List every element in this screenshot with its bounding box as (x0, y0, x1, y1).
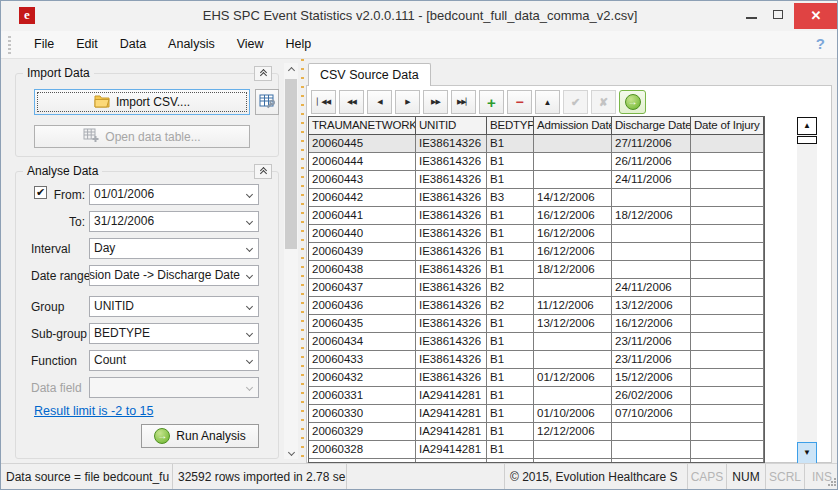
grid-row[interactable]: 20060441 IE38614326 B1 16/12/2006 18/12/… (309, 207, 764, 225)
cell-discharge-date: 07/10/2006 (612, 405, 691, 423)
grid-row[interactable]: 20060328 IA29414281 B1 (309, 441, 764, 459)
run-analysis-label: Run Analysis (176, 429, 245, 443)
grid-row[interactable]: 20060443 IE38614326 B1 24/11/2006 (309, 171, 764, 189)
grid-row[interactable]: 20060442 IE38614326 B3 14/12/2006 (309, 189, 764, 207)
tab-page: ▏◀◀ ◀◀ ◀ ▶ ▶▶ ▶▶▏ + − ▲ ✔ ✘ → TRAUMANETW… (306, 85, 832, 463)
column-header-discharge-date[interactable]: Discharge Date (612, 117, 691, 135)
grid-row[interactable]: 20060432 IE38614326 B1 01/12/2006 15/12/… (309, 369, 764, 387)
grid-row[interactable]: 20060330 IA29414281 B1 01/10/2006 07/10/… (309, 405, 764, 423)
cell-admission-date: 16/12/2006 (534, 225, 612, 243)
column-header-unitid[interactable]: UNITID (416, 117, 487, 135)
close-button[interactable]: ✕ (794, 3, 838, 29)
help-icon[interactable]: ? (816, 35, 825, 52)
prior-record-button[interactable]: ◀ (367, 90, 392, 114)
cell-date-of-injury (691, 351, 764, 369)
grid-row[interactable]: 20060436 IE38614326 B2 11/12/2006 13/12/… (309, 297, 764, 315)
collapse-import-button[interactable] (254, 66, 272, 81)
menu-grip-handle[interactable] (8, 36, 11, 54)
grid-row[interactable]: 20060440 IE38614326 B1 16/12/2006 (309, 225, 764, 243)
group-combobox[interactable]: UNITID (89, 296, 259, 317)
run-analysis-button[interactable]: → Run Analysis (141, 424, 259, 448)
cell-admission-date (534, 135, 612, 153)
cell-traumanetworkid: 20060328 (309, 441, 416, 459)
date-range-label: Date range (31, 269, 90, 283)
menu-file[interactable]: File (23, 31, 65, 59)
menu-edit[interactable]: Edit (65, 31, 109, 59)
cell-traumanetworkid: 20060439 (309, 243, 416, 261)
last-record-button[interactable]: ▶▶▏ (451, 90, 476, 114)
status-spacer (347, 464, 505, 490)
cell-discharge-date: 23/11/2006 (612, 351, 691, 369)
from-date-combobox[interactable]: 01/01/2006 (89, 184, 259, 205)
scroll-up-button[interactable] (284, 63, 298, 77)
cell-bedtype: B1 (487, 333, 534, 351)
menu-data[interactable]: Data (109, 31, 157, 59)
interval-label: Interval (31, 242, 70, 256)
column-header-traumanetworkid[interactable]: TRAUMANETWORKID (309, 117, 416, 135)
panel-splitter[interactable] (301, 59, 304, 463)
next-page-button[interactable]: ▶▶ (423, 90, 448, 114)
open-data-table-button[interactable]: Open data table... (34, 125, 250, 148)
column-header-bedtype[interactable]: BEDTYPE (487, 117, 534, 135)
cell-unitid: IA29414281 (416, 423, 487, 441)
grid-row[interactable]: 20060435 IE38614326 B1 13/12/2006 16/12/… (309, 315, 764, 333)
menu-items: File Edit Data Analysis View Help (23, 31, 322, 59)
grid-row[interactable]: 20060434 IE38614326 B1 23/11/2006 (309, 333, 764, 351)
column-header-date-of-injury[interactable]: Date of Injury (691, 117, 764, 135)
data-field-combobox (89, 377, 259, 398)
menu-analysis[interactable]: Analysis (157, 31, 226, 59)
column-header-admission-date[interactable]: Admission Date (534, 117, 612, 135)
collapse-analyse-button[interactable] (254, 164, 272, 179)
menu-help[interactable]: Help (275, 31, 323, 59)
tab-csv-source-data[interactable]: CSV Source Data (308, 63, 431, 86)
menu-view[interactable]: View (226, 31, 275, 59)
result-limit-link[interactable]: Result limit is -2 to 15 (34, 404, 153, 418)
title-bar: e EHS SPC Event Statistics v2.0.0.111 - … (1, 1, 838, 31)
status-scrl-indicator: SCRL (766, 464, 805, 490)
minimize-button[interactable] (739, 1, 765, 28)
grid-row[interactable]: 20060329 IA29414281 B1 12/12/2006 (309, 423, 764, 441)
next-page-icon: ▶▶ (431, 98, 440, 106)
insert-icon: + (487, 94, 496, 111)
to-date-combobox[interactable]: 31/12/2006 (89, 211, 259, 232)
grid-row[interactable]: 20060439 IE38614326 B1 16/12/2006 (309, 243, 764, 261)
insert-record-button[interactable]: + (479, 90, 504, 114)
next-record-button[interactable]: ▶ (395, 90, 420, 114)
grid-scrollbar[interactable]: ▲ ▼ (797, 117, 817, 464)
grid-row[interactable]: 20060331 IA29414281 B1 26/02/2006 (309, 387, 764, 405)
grid-scroll-up-button[interactable]: ▲ (797, 117, 817, 135)
interval-combobox[interactable]: Day (89, 238, 259, 259)
grid-scrollbar-thumb[interactable] (797, 136, 817, 144)
cell-traumanetworkid: 20060330 (309, 405, 416, 423)
scroll-down-button[interactable] (284, 445, 298, 459)
csv-options-button[interactable] (255, 89, 279, 115)
function-combobox[interactable]: Count (89, 350, 259, 371)
grid-row[interactable]: 20060444 IE38614326 B1 26/11/2006 (309, 153, 764, 171)
grid-row[interactable]: 20060433 IE38614326 B1 23/11/2006 (309, 351, 764, 369)
cell-date-of-injury (691, 207, 764, 225)
grid-scroll-down-button[interactable]: ▼ (797, 442, 817, 464)
grid-row[interactable]: 20060445 IE38614326 B1 27/11/2006 (309, 135, 764, 153)
prior-page-button[interactable]: ◀◀ (339, 90, 364, 114)
date-range-combobox[interactable]: Admission Date -> Discharge Date (89, 265, 259, 286)
to-date-value: 31/12/2006 (94, 212, 154, 231)
left-control-panel: Import Data Import CSV.... Open data tab… (1, 59, 302, 463)
cell-traumanetworkid: 20060435 (309, 315, 416, 333)
scrollbar-thumb[interactable] (285, 79, 297, 249)
first-record-button[interactable]: ▏◀◀ (311, 90, 336, 114)
status-data-source: Data source = file bedcount_fu (1, 464, 173, 490)
delete-record-button[interactable]: − (507, 90, 532, 114)
subgroup-combobox[interactable]: BEDTYPE (89, 323, 259, 344)
grid-row[interactable]: 20060438 IE38614326 B1 18/12/2006 (309, 261, 764, 279)
cell-unitid: IE38614326 (416, 225, 487, 243)
maximize-button[interactable] (765, 1, 791, 28)
grid-row[interactable]: 20060437 IE38614326 B2 24/11/2006 (309, 279, 764, 297)
import-csv-button[interactable]: Import CSV.... (34, 89, 250, 115)
chevron-down-icon (246, 384, 253, 391)
left-panel-scrollbar[interactable] (284, 63, 298, 459)
refresh-data-button[interactable]: → (619, 90, 646, 114)
chevron-down-icon (246, 330, 253, 337)
edit-record-button[interactable]: ▲ (535, 90, 560, 114)
resize-grip[interactable] (828, 478, 836, 486)
status-ins-indicator: INS (805, 464, 838, 490)
